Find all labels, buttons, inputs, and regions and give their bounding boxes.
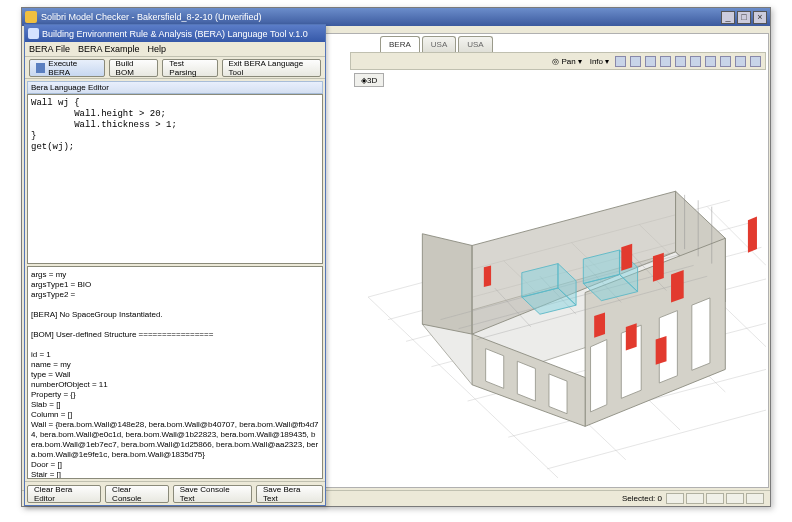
clear-console-button[interactable]: Clear Console <box>105 485 169 503</box>
tool-icon-5[interactable] <box>675 56 686 67</box>
exit-bera-button[interactable]: Exit BERA Language Tool <box>222 59 322 77</box>
svg-marker-43 <box>626 323 637 350</box>
status-cells <box>666 493 764 504</box>
tool-icon-3[interactable] <box>645 56 656 67</box>
outer-title-text: Solibri Model Checker - Bakersfield_8-2-… <box>41 12 262 22</box>
status-cell-4 <box>726 493 744 504</box>
save-console-button[interactable]: Save Console Text <box>173 485 252 503</box>
tab-bera[interactable]: BERA <box>380 36 420 52</box>
clear-editor-button[interactable]: Clear Bera Editor <box>27 485 101 503</box>
close-button[interactable]: × <box>753 11 767 24</box>
status-cell-2 <box>686 493 704 504</box>
tool-icon-9[interactable] <box>735 56 746 67</box>
test-parsing-button[interactable]: Test Parsing <box>162 59 217 77</box>
svg-marker-39 <box>621 244 632 271</box>
window-controls: _ □ × <box>721 11 767 24</box>
bera-tool-window: Building Environment Rule & Analysis (BE… <box>24 24 326 506</box>
svg-marker-24 <box>517 361 535 401</box>
tool-icon-1[interactable] <box>615 56 626 67</box>
app-icon <box>25 11 37 23</box>
tool-icon-6[interactable] <box>690 56 701 67</box>
status-cell-5 <box>746 493 764 504</box>
bera-window-icon <box>28 28 39 39</box>
svg-marker-44 <box>656 336 667 365</box>
svg-marker-40 <box>653 253 664 282</box>
svg-marker-23 <box>486 349 504 389</box>
bera-title-text: Building Environment Rule & Analysis (BE… <box>42 29 308 39</box>
tool-icon-10[interactable] <box>750 56 761 67</box>
info-control[interactable]: Info ▾ <box>588 57 611 66</box>
menu-bera-example[interactable]: BERA Example <box>78 44 140 54</box>
bera-code-editor[interactable]: Wall wj { Wall.height > 20; Wall.thickne… <box>27 94 323 264</box>
status-cell-3 <box>706 493 724 504</box>
save-bera-button[interactable]: Save Bera Text <box>256 485 323 503</box>
viewport-3d[interactable]: ◈ 3D <box>350 71 766 485</box>
tool-icon-8[interactable] <box>720 56 731 67</box>
tool-icon-7[interactable] <box>705 56 716 67</box>
svg-marker-41 <box>671 270 684 303</box>
menu-bera-file[interactable]: BERA File <box>29 44 70 54</box>
svg-marker-42 <box>594 312 605 337</box>
status-cell-1 <box>666 493 684 504</box>
viewport-tab-3d[interactable]: ◈ 3D <box>354 73 384 87</box>
maximize-button[interactable]: □ <box>737 11 751 24</box>
bera-bottom-buttons: Clear Bera Editor Clear Console Save Con… <box>25 481 325 505</box>
viewport-toolbar: ◎ Pan ▾ Info ▾ <box>350 52 766 70</box>
model-tab-strip: BERA USA USA <box>380 34 493 52</box>
building-model-svg <box>350 91 766 485</box>
execute-icon <box>36 63 45 73</box>
svg-marker-46 <box>484 265 491 287</box>
build-bom-button[interactable]: Build BOM <box>109 59 159 77</box>
pan-control[interactable]: ◎ Pan ▾ <box>550 57 583 66</box>
menu-help[interactable]: Help <box>148 44 167 54</box>
svg-marker-18 <box>692 298 710 370</box>
model-canvas[interactable] <box>350 91 766 485</box>
bera-tool-row: Execute BERA Build BOM Test Parsing Exit… <box>25 57 325 79</box>
editor-label: Bera Language Editor <box>27 81 323 94</box>
bera-menu-bar: BERA File BERA Example Help <box>25 42 325 57</box>
svg-marker-21 <box>591 340 607 412</box>
svg-marker-45 <box>748 217 757 253</box>
minimize-button[interactable]: _ <box>721 11 735 24</box>
tab-usa-2[interactable]: USA <box>458 36 492 52</box>
bera-console-output[interactable]: args = my argsType1 = BIO argsType2 = [B… <box>27 266 323 479</box>
tab-usa-1[interactable]: USA <box>422 36 456 52</box>
execute-bera-button[interactable]: Execute BERA <box>29 59 105 77</box>
selected-count: Selected: 0 <box>622 494 662 503</box>
bera-title-bar: Building Environment Rule & Analysis (BE… <box>25 25 325 42</box>
tool-icon-4[interactable] <box>660 56 671 67</box>
tool-icon-2[interactable] <box>630 56 641 67</box>
svg-marker-25 <box>549 374 567 414</box>
svg-marker-14 <box>422 234 472 334</box>
